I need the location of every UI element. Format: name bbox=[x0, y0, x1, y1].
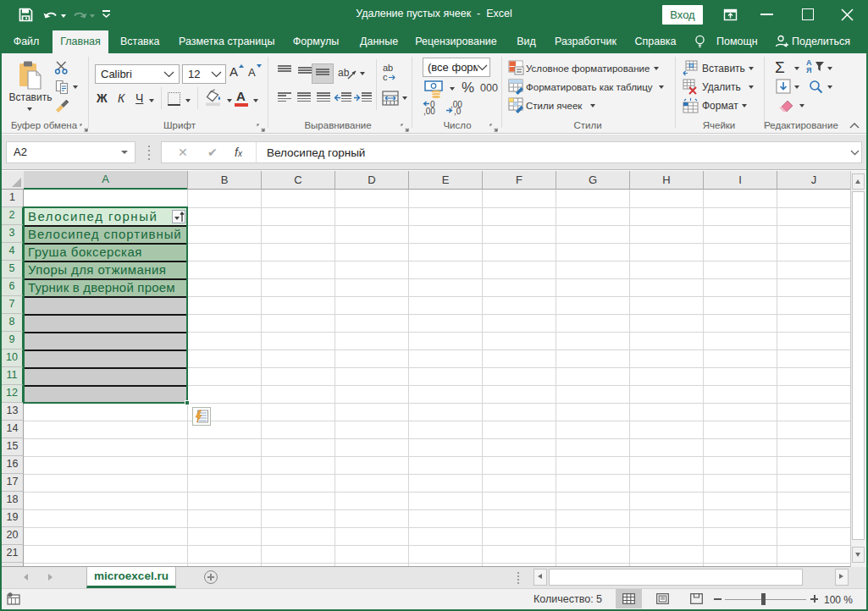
svg-text:ab: ab bbox=[338, 67, 350, 79]
svg-text:c: c bbox=[383, 72, 388, 82]
